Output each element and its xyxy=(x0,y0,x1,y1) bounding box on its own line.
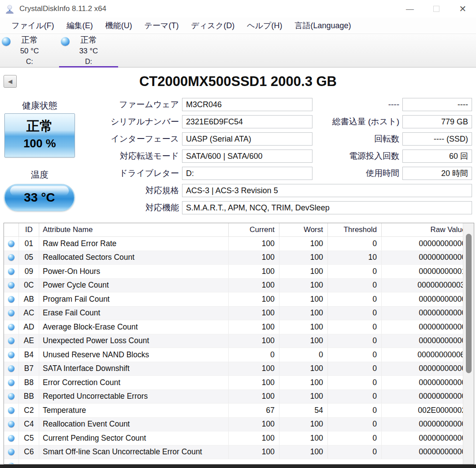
smart-attribute-row[interactable]: 05 Reallocated Sectors Count 100 100 10 … xyxy=(4,251,474,265)
status-good-icon xyxy=(8,240,15,247)
attribute-name-cell: Power Cycle Count xyxy=(39,279,229,292)
threshold-value-cell: 0 xyxy=(328,279,382,292)
attribute-id-cell: AE xyxy=(19,334,39,348)
field-value-box[interactable]: D: xyxy=(182,167,312,180)
smart-attribute-row[interactable]: B7 SATA Interface Downshift 100 100 0 00… xyxy=(4,362,474,376)
id-column-header: ID xyxy=(19,223,39,236)
field-value-box[interactable]: 20 時間 xyxy=(402,167,472,180)
worst-value-cell: 100 xyxy=(279,307,328,320)
menu-item[interactable]: 編集(E) xyxy=(60,18,99,34)
attribute-id-cell: 0C xyxy=(19,279,39,292)
smart-attribute-row[interactable]: 01 Raw Read Error Rate 100 100 0 0000000… xyxy=(4,237,474,251)
status-cell xyxy=(4,459,19,464)
current-value-cell: 100 xyxy=(229,446,279,459)
smart-attribute-row[interactable]: AD Average Block-Erase Count 100 100 0 0… xyxy=(4,320,474,334)
info-field-row: 回転数 ---- (SSD) xyxy=(314,132,472,146)
status-good-icon xyxy=(8,268,15,275)
smart-attribute-row-partial[interactable] xyxy=(4,459,474,464)
field-value-box[interactable]: ---- xyxy=(402,98,472,111)
scrollbar-thumb[interactable] xyxy=(466,234,472,373)
menu-item[interactable]: 機能(U) xyxy=(99,18,138,34)
smart-table-body: 01 Raw Read Error Rate 100 100 0 0000000… xyxy=(4,237,474,459)
temperature-button[interactable]: 33 °C xyxy=(4,184,75,211)
menu-item[interactable]: 言語(Language) xyxy=(288,18,357,34)
smart-attribute-row[interactable]: AB Program Fail Count 100 100 0 00000000… xyxy=(4,292,474,307)
health-status-button[interactable]: 正常 100 % xyxy=(4,113,75,157)
field-value-box[interactable]: UASP (Serial ATA) xyxy=(182,132,312,146)
name-column-header: Attribute Name xyxy=(39,223,229,236)
attribute-name-cell: Error Correction Count xyxy=(39,376,229,389)
smart-attribute-row[interactable]: AE Unexpected Power Loss Count 100 100 0… xyxy=(4,334,474,348)
maximize-button[interactable] xyxy=(423,0,450,18)
attribute-name-cell: Power-On Hours xyxy=(39,265,229,278)
drive-tab[interactable]: 正常 33 °C D: xyxy=(59,34,118,67)
status-good-icon xyxy=(8,421,15,427)
field-value-box[interactable]: ---- (SSD) xyxy=(402,132,472,146)
attribute-id-cell: C5 xyxy=(19,431,39,445)
raw-value-cell: 00000000006C xyxy=(382,348,474,362)
field-value-box[interactable]: SATA/600 | SATA/600 xyxy=(182,150,312,163)
status-good-icon xyxy=(8,310,15,316)
field-value-box[interactable]: ACS-3 | ACS-3 Revision 5 xyxy=(182,184,472,197)
threshold-value-cell: 0 xyxy=(328,362,382,376)
smart-attribute-row[interactable]: C4 Reallocation Event Count 100 100 0 00… xyxy=(4,418,474,432)
current-value-cell: 100 xyxy=(229,320,279,334)
field-value-box[interactable]: M3CR046 xyxy=(182,98,312,111)
raw-value-cell: 000000000000 xyxy=(382,431,474,445)
worst-value-cell: 100 xyxy=(279,292,328,306)
smart-attribute-row[interactable]: B4 Unused Reserve NAND Blocks 0 0 0 0000… xyxy=(4,348,474,362)
disk-status-good-icon xyxy=(61,37,70,46)
status-good-icon xyxy=(8,254,15,261)
status-good-icon xyxy=(8,407,15,414)
menu-item[interactable]: ディスク(D) xyxy=(185,18,241,34)
minimize-button[interactable]: — xyxy=(397,0,423,18)
worst-value-cell: 100 xyxy=(279,279,328,292)
smart-attribute-row[interactable]: C6 Smart Off-line Scan Uncorrectable Err… xyxy=(4,446,474,460)
field-value-box[interactable]: 60 回 xyxy=(402,150,472,163)
field-label: ファームウェア xyxy=(103,99,182,110)
smart-attribute-row[interactable]: C5 Current Pending Sector Count 100 100 … xyxy=(4,431,474,446)
raw-value-cell: 000000000000 xyxy=(382,362,474,376)
worst-value-cell: 100 xyxy=(279,446,328,459)
status-good-icon xyxy=(8,337,15,344)
smart-attribute-row[interactable]: AC Erase Fail Count 100 100 0 0000000000… xyxy=(4,307,474,321)
tab-temperature: 50 °C xyxy=(0,46,59,56)
health-status-label: 健康状態 xyxy=(4,100,75,112)
info-field-row: 対応転送モード SATA/600 | SATA/600 xyxy=(103,150,312,163)
smart-attribute-row[interactable]: C2 Temperature 67 54 0 002E00000021 xyxy=(4,404,474,418)
field-label: 対応機能 xyxy=(103,202,182,213)
menu-item[interactable]: ファイル(F) xyxy=(5,18,60,34)
attribute-name-cell: Program Fail Count xyxy=(39,292,229,306)
field-value-box[interactable]: 2321E6D9FC54 xyxy=(182,115,312,128)
raw-value-cell: 000000000000 xyxy=(382,292,474,306)
close-button[interactable]: ✕ xyxy=(450,0,476,18)
drive-tab[interactable]: 正常 50 °C C: xyxy=(0,34,59,67)
maximize-icon xyxy=(433,6,439,12)
worst-value-cell: 100 xyxy=(279,334,328,348)
field-label: 電源投入回数 xyxy=(314,150,402,162)
status-good-icon xyxy=(8,449,15,455)
status-good-icon xyxy=(8,435,15,442)
window-controls: — ✕ xyxy=(397,0,476,18)
smart-attribute-row[interactable]: 0C Power Cycle Count 100 100 0 000000000… xyxy=(4,279,474,293)
field-value-box[interactable]: S.M.A.R.T., APM, NCQ, TRIM, DevSleep xyxy=(182,201,472,214)
attribute-name-cell: Raw Read Error Rate xyxy=(39,237,229,251)
smart-attribute-row[interactable]: BB Reported Uncorrectable Errors 100 100… xyxy=(4,390,474,404)
info-field-row: ---- ---- xyxy=(314,98,472,111)
attribute-name-cell: Reallocated Sectors Count xyxy=(39,251,229,265)
status-cell xyxy=(4,334,19,348)
menu-item[interactable]: テーマ(T) xyxy=(138,18,185,34)
field-value-box[interactable]: 779 GB xyxy=(402,115,472,128)
smart-attribute-row[interactable]: 09 Power-On Hours 100 100 0 000000000014 xyxy=(4,265,474,279)
info-field-row: 総書込量 (ホスト) 779 GB xyxy=(314,115,472,128)
status-cell xyxy=(4,307,19,320)
smart-attribute-row[interactable]: B8 Error Correction Count 100 100 0 0000… xyxy=(4,376,474,390)
vertical-scrollbar[interactable] xyxy=(463,223,474,464)
worst-value-cell: 100 xyxy=(279,390,328,404)
attribute-id-cell: B8 xyxy=(19,376,39,389)
menu-item[interactable]: ヘルプ(H) xyxy=(241,18,288,34)
worst-value-cell: 100 xyxy=(279,237,328,251)
field-label: 対応転送モード xyxy=(103,150,182,162)
threshold-value-cell: 0 xyxy=(328,320,382,334)
status-cell xyxy=(4,390,19,404)
